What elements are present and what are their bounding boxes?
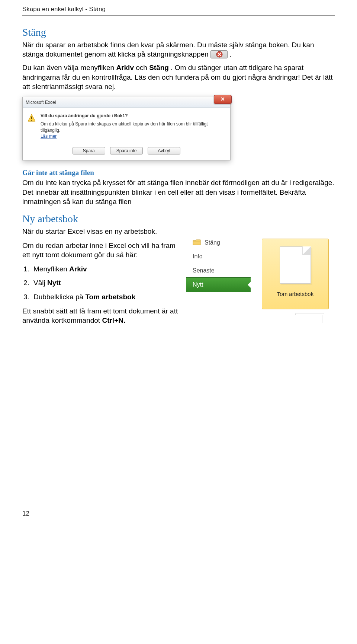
text-bold: Stäng: [149, 64, 169, 71]
list-item: Dubbelklicka på Tom arbetsbok: [31, 292, 178, 302]
paragraph: Du kan även välja menyfliken Arkiv och S…: [22, 63, 335, 92]
nav-item-close[interactable]: Stäng: [187, 239, 251, 250]
list-item: Menyfliken Arkiv: [31, 264, 178, 274]
dialog-body: Vill du spara ändringar du gjorde i Bok1…: [23, 108, 230, 144]
paragraph: Om du redan arbetar inne i Excel och vil…: [22, 241, 178, 260]
text: stänga dokumentet genom att klicka på st…: [22, 50, 210, 58]
text: Du kan även välja menyfliken: [22, 64, 116, 71]
text: Menyfliken: [33, 265, 69, 273]
backstage-nav: Stäng Info Senaste Nytt: [187, 239, 251, 309]
page-number: 12: [22, 508, 335, 518]
save-button[interactable]: Spara: [73, 147, 105, 154]
document-icon: [280, 246, 311, 284]
folder-icon: [193, 239, 201, 246]
dialog-subtext: Om du klickar på Spara inte skapas en ak…: [41, 121, 226, 133]
nav-item-info[interactable]: Info: [187, 249, 251, 264]
dialog-screenshot: Microsoft Excel ✕ Vill du spara ändringa…: [22, 97, 231, 160]
template-tile-partial: [295, 313, 329, 323]
nav-label: Stäng: [205, 239, 220, 247]
svg-rect-1: [31, 117, 32, 119]
text-bold: Arkiv: [69, 265, 87, 273]
paragraph: Om du inte kan trycka på krysset för att…: [22, 178, 335, 207]
paragraph: När du sparar en arbetsbok finns den kva…: [22, 40, 335, 59]
nav-screenshot: Stäng Info Senaste Nytt Tom arbetsbok: [187, 239, 335, 309]
text-bold: Tom arbetsbok: [85, 293, 135, 301]
dialog-buttons: Spara Spara inte Avbryt: [23, 144, 230, 160]
heading-ny-arbetsbok: Ny arbetsbok: [22, 212, 335, 226]
text: När du sparar en arbetsbok finns den kva…: [22, 41, 314, 49]
dont-save-button[interactable]: Spara inte: [110, 147, 143, 154]
list-item: Välj Nytt: [31, 278, 178, 288]
text: Välj: [33, 279, 47, 287]
paragraph: När du startar Excel visas en ny arbetsb…: [22, 227, 335, 236]
read-more-link[interactable]: Läs mer: [41, 134, 57, 139]
text-bold: Nytt: [47, 279, 61, 287]
text: Dubbelklicka på: [33, 293, 85, 301]
dialog-title-text: Microsoft Excel: [26, 100, 56, 105]
text: .: [229, 50, 231, 58]
warning-icon: [27, 114, 36, 122]
steps-list: Menyfliken Arkiv Välj Nytt Dubbelklicka …: [31, 264, 178, 302]
heading-stang: Stäng: [22, 25, 335, 39]
close-icon[interactable]: ✕: [214, 95, 232, 104]
text-bold: Ctrl+N.: [102, 316, 125, 324]
cancel-button[interactable]: Avbryt: [148, 147, 180, 154]
nav-item-recent[interactable]: Senaste: [187, 264, 251, 278]
text: Ett snabbt sätt att få fram ett tomt dok…: [22, 307, 178, 325]
blank-workbook-tile[interactable]: Tom arbetsbok: [262, 239, 329, 309]
svg-rect-2: [31, 120, 32, 121]
dialog-message: Vill du spara ändringar du gjorde i Bok1…: [41, 113, 226, 119]
text: och: [136, 64, 149, 71]
close-window-icon: [210, 50, 228, 58]
tile-label: Tom arbetsbok: [277, 290, 313, 298]
running-header: Skapa en enkel kalkyl - Stäng: [22, 5, 335, 16]
nav-item-new[interactable]: Nytt: [186, 277, 251, 292]
subheading-cannot-close: Går inte att stänga filen: [22, 168, 335, 178]
text-bold: Arkiv: [116, 64, 134, 71]
dialog-titlebar: Microsoft Excel ✕: [23, 97, 230, 108]
paragraph: Ett snabbt sätt att få fram ett tomt dok…: [22, 306, 178, 325]
